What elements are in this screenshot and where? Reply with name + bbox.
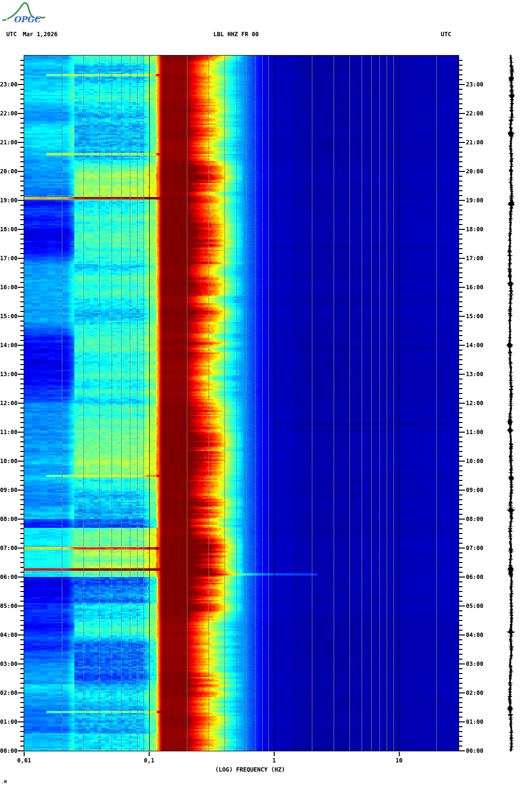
left-minor-tick: [20, 166, 24, 167]
right-minor-tick: [459, 103, 462, 104]
left-minor-tick: [20, 422, 24, 423]
right-minor-tick: [459, 185, 462, 186]
right-major-tick: [459, 403, 465, 404]
right-minor-tick: [459, 668, 462, 669]
right-minor-tick: [459, 292, 462, 293]
left-minor-tick: [20, 543, 24, 544]
left-minor-tick: [20, 282, 24, 283]
right-hour-label: 18:00: [466, 226, 483, 233]
plot-title: LBL HHZ FR 00: [213, 31, 259, 38]
right-major-tick: [459, 345, 465, 346]
left-minor-tick: [20, 427, 24, 428]
left-minor-tick: [20, 70, 24, 70]
right-hour-label: 03:00: [466, 661, 483, 667]
header-utc-right: UTC: [441, 31, 451, 38]
left-hour-label: 02:00: [0, 690, 17, 696]
left-hour-label: 21:00: [0, 139, 17, 146]
right-minor-tick: [459, 523, 462, 524]
right-minor-tick: [459, 581, 462, 582]
freq-tick-label: 1: [272, 757, 276, 764]
right-minor-tick: [459, 451, 462, 452]
right-minor-tick: [459, 620, 462, 621]
right-minor-tick: [459, 210, 462, 211]
right-major-tick: [459, 432, 465, 433]
left-minor-tick: [20, 639, 24, 640]
right-minor-tick: [459, 644, 462, 645]
right-minor-tick: [459, 741, 462, 742]
right-minor-tick: [459, 659, 462, 660]
left-major-tick: [18, 606, 24, 606]
left-minor-tick: [20, 514, 24, 515]
left-minor-tick: [20, 214, 24, 215]
left-major-tick: [18, 634, 24, 635]
left-minor-tick: [20, 475, 24, 476]
left-hour-label: 00:00: [0, 747, 17, 754]
left-minor-tick: [20, 147, 24, 148]
left-minor-tick: [20, 152, 24, 153]
left-minor-tick: [20, 441, 24, 442]
left-minor-tick: [20, 446, 24, 447]
right-minor-tick: [459, 697, 462, 698]
right-major-tick: [459, 692, 465, 693]
header-utc-left: UTC: [6, 31, 17, 38]
right-hour-label: 07:00: [466, 545, 483, 551]
left-minor-tick: [20, 717, 24, 718]
right-minor-tick: [459, 127, 462, 128]
right-minor-tick: [459, 586, 462, 587]
left-minor-tick: [20, 210, 24, 211]
freq-tick-label: 0,01: [17, 757, 31, 764]
right-minor-tick: [459, 369, 462, 370]
left-minor-tick: [20, 523, 24, 524]
left-minor-tick: [20, 538, 24, 539]
right-minor-tick: [459, 79, 462, 80]
right-major-tick: [459, 634, 465, 635]
left-minor-tick: [20, 74, 24, 75]
left-major-tick: [18, 200, 24, 201]
right-minor-tick: [459, 176, 462, 177]
left-minor-tick: [20, 330, 24, 331]
left-minor-tick: [20, 99, 24, 99]
right-minor-tick: [459, 591, 462, 592]
right-minor-tick: [459, 596, 462, 597]
left-hour-label: 14:00: [0, 342, 17, 349]
right-minor-tick: [459, 678, 462, 679]
left-minor-tick: [20, 562, 24, 563]
right-minor-tick: [459, 615, 462, 616]
right-hour-label: 14:00: [466, 342, 483, 349]
right-minor-tick: [459, 601, 462, 602]
right-minor-tick: [459, 219, 462, 220]
right-minor-tick: [459, 572, 462, 573]
left-minor-tick: [20, 697, 24, 698]
opgc-logo-text: OPGC: [14, 14, 42, 24]
right-minor-tick: [459, 649, 462, 650]
right-minor-tick: [459, 412, 462, 413]
left-minor-tick: [20, 465, 24, 466]
spectrogram-canvas: [24, 56, 459, 751]
left-minor-tick: [20, 350, 24, 351]
left-hour-label: 23:00: [0, 81, 17, 88]
freq-tick: [24, 752, 25, 756]
freq-tick: [149, 752, 150, 756]
left-minor-tick: [20, 364, 24, 365]
right-minor-tick: [459, 465, 462, 466]
right-minor-tick: [459, 60, 462, 61]
left-major-tick: [18, 490, 24, 491]
left-minor-tick: [20, 132, 24, 133]
right-minor-tick: [459, 181, 462, 182]
left-minor-tick: [20, 393, 24, 394]
right-minor-tick: [459, 268, 462, 268]
header-date: Mar 1,2026: [23, 31, 57, 38]
left-minor-tick: [20, 205, 24, 206]
right-minor-tick: [459, 528, 462, 529]
left-hour-label: 07:00: [0, 545, 17, 551]
right-major-tick: [459, 721, 465, 722]
left-minor-tick: [20, 533, 24, 534]
right-minor-tick: [459, 557, 462, 558]
right-minor-tick: [459, 306, 462, 307]
left-minor-tick: [20, 277, 24, 278]
left-minor-tick: [20, 268, 24, 268]
left-minor-tick: [20, 234, 24, 235]
right-minor-tick: [459, 422, 462, 423]
left-major-tick: [18, 287, 24, 288]
left-minor-tick: [20, 272, 24, 273]
